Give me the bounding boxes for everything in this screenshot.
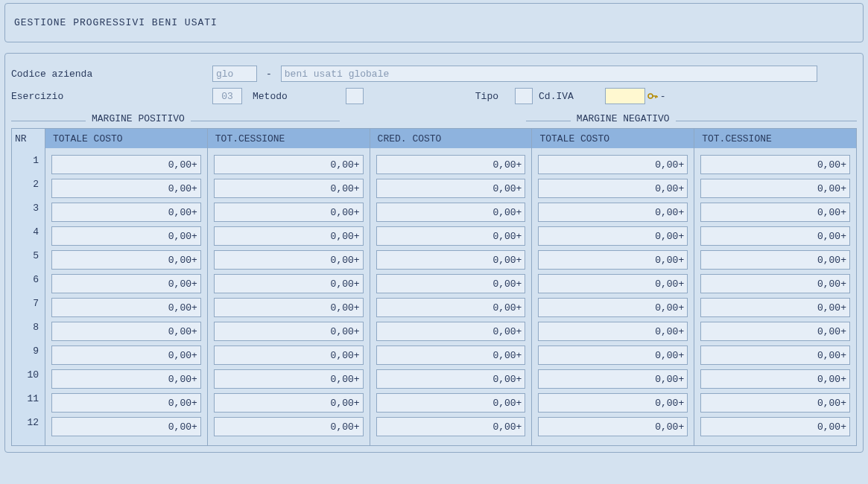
value-cell[interactable]: 0,00+: [538, 393, 688, 413]
value-cell[interactable]: 0,00+: [376, 155, 526, 174]
value-cell[interactable]: 0,00+: [538, 274, 688, 293]
value-cell[interactable]: 0,00+: [376, 203, 526, 222]
value-cell[interactable]: 0,00+: [51, 274, 201, 293]
nr-cell: 5: [12, 243, 45, 267]
page-title: GESTIONE PROGRESSIVI BENI USATI: [14, 17, 218, 28]
value-cell[interactable]: 0,00+: [214, 346, 364, 365]
value-cell[interactable]: 0,00+: [700, 322, 850, 341]
value-cell[interactable]: 0,00+: [214, 226, 364, 246]
value-cell[interactable]: 0,00+: [376, 179, 526, 198]
value-cell[interactable]: 0,00+: [538, 346, 688, 365]
value-cell[interactable]: 0,00+: [538, 179, 688, 198]
value-cell[interactable]: 0,00+: [700, 393, 850, 413]
key-icon[interactable]: [647, 90, 659, 102]
value-cell[interactable]: 0,00+: [51, 179, 201, 198]
col-header-c3: CRED. COSTO: [370, 129, 532, 148]
col-cred-costo: CRED. COSTO 0,00+0,00+0,00+0,00+0,00+0,0…: [370, 128, 533, 446]
section-labels-row: MARGINE POSITIVO MARGINE NEGATIVO: [11, 110, 857, 127]
value-cell[interactable]: 0,00+: [376, 417, 526, 436]
value-cell[interactable]: 0,00+: [376, 322, 526, 341]
nr-cell: 11: [12, 386, 45, 410]
value-cell[interactable]: 0,00+: [214, 155, 364, 174]
value-cell[interactable]: 0,00+: [538, 250, 688, 270]
col-totale-costo-neg: TOTALE COSTO 0,00+0,00+0,00+0,00+0,00+0,…: [532, 128, 694, 446]
codice-azienda-input[interactable]: glo: [212, 66, 257, 82]
col-header-c4: TOTALE COSTO: [532, 129, 694, 148]
metodo-label: Metodo: [253, 91, 288, 102]
value-cell[interactable]: 0,00+: [214, 298, 364, 317]
value-cell[interactable]: 0,00+: [376, 226, 526, 246]
cdiva-input[interactable]: [605, 88, 645, 104]
value-cell[interactable]: 0,00+: [51, 417, 201, 436]
value-cell[interactable]: 0,00+: [700, 226, 850, 246]
nr-cell: 3: [12, 196, 45, 220]
value-cell[interactable]: 0,00+: [214, 274, 364, 293]
value-cell[interactable]: 0,00+: [51, 369, 201, 389]
esercizio-input[interactable]: 03: [212, 88, 242, 104]
value-cell[interactable]: 0,00+: [376, 369, 526, 389]
value-cell[interactable]: 0,00+: [214, 417, 364, 436]
value-cell[interactable]: 0,00+: [214, 250, 364, 270]
value-cell[interactable]: 0,00+: [538, 298, 688, 317]
nr-cell: 6: [12, 267, 45, 291]
nr-cell: 8: [12, 315, 45, 339]
value-cell[interactable]: 0,00+: [538, 322, 688, 341]
value-cell[interactable]: 0,00+: [376, 274, 526, 293]
value-cell[interactable]: 0,00+: [538, 417, 688, 436]
col-tot-cessione-neg: TOT.CESSIONE 0,00+0,00+0,00+0,00+0,00+0,…: [694, 128, 857, 446]
value-cell[interactable]: 0,00+: [700, 203, 850, 222]
metodo-input[interactable]: [346, 88, 364, 104]
value-cell[interactable]: 0,00+: [538, 369, 688, 389]
value-cell[interactable]: 0,00+: [51, 346, 201, 365]
value-cell[interactable]: 0,00+: [214, 203, 364, 222]
value-cell[interactable]: 0,00+: [376, 298, 526, 317]
codice-azienda-desc-input[interactable]: beni usati globale: [281, 66, 817, 82]
value-cell[interactable]: 0,00+: [700, 250, 850, 270]
cdiva-suffix: -: [660, 91, 666, 102]
nr-cell: 4: [12, 220, 45, 243]
value-cell[interactable]: 0,00+: [538, 203, 688, 222]
esercizio-label: Esercizio: [11, 91, 212, 102]
nr-column: NR 123456789101112: [11, 128, 45, 446]
value-cell[interactable]: 0,00+: [214, 322, 364, 341]
margine-negativo-label: MARGINE NEGATIVO: [571, 113, 676, 124]
value-cell[interactable]: 0,00+: [51, 298, 201, 317]
col-header-c2: TOT.CESSIONE: [208, 129, 370, 148]
value-cell[interactable]: 0,00+: [700, 274, 850, 293]
margine-positivo-label: MARGINE POSITIVO: [86, 113, 191, 124]
cdiva-label: Cd.IVA: [539, 91, 574, 102]
tipo-label: Tipo: [475, 91, 498, 102]
value-cell[interactable]: 0,00+: [214, 393, 364, 413]
col-totale-costo-pos: TOTALE COSTO 0,00+0,00+0,00+0,00+0,00+0,…: [45, 128, 208, 446]
value-cell[interactable]: 0,00+: [700, 179, 850, 198]
value-cell[interactable]: 0,00+: [700, 346, 850, 365]
value-cell[interactable]: 0,00+: [51, 203, 201, 222]
value-cell[interactable]: 0,00+: [51, 226, 201, 246]
row-esercizio: Esercizio 03 Metodo Tipo Cd.IVA -: [11, 85, 857, 107]
main-panel: Codice azienda glo - beni usati globale …: [4, 53, 864, 453]
value-cell[interactable]: 0,00+: [376, 250, 526, 270]
value-cell[interactable]: 0,00+: [700, 369, 850, 389]
value-cell[interactable]: 0,00+: [538, 226, 688, 246]
value-cell[interactable]: 0,00+: [376, 393, 526, 413]
col-header-c1: TOTALE COSTO: [45, 129, 207, 148]
value-cell[interactable]: 0,00+: [51, 250, 201, 270]
value-cell[interactable]: 0,00+: [51, 393, 201, 413]
value-cell[interactable]: 0,00+: [214, 179, 364, 198]
codice-azienda-label: Codice azienda: [11, 69, 212, 80]
value-cell[interactable]: 0,00+: [538, 155, 688, 174]
nr-cell: 2: [12, 172, 45, 196]
data-grid: NR 123456789101112 TOTALE COSTO 0,00+0,0…: [11, 128, 857, 446]
value-cell[interactable]: 0,00+: [700, 417, 850, 436]
value-cell[interactable]: 0,00+: [51, 322, 201, 341]
nr-cell: 1: [12, 148, 45, 172]
row-codice-azienda: Codice azienda glo - beni usati globale: [11, 63, 857, 85]
value-cell[interactable]: 0,00+: [700, 155, 850, 174]
col-tot-cessione-pos: TOT.CESSIONE 0,00+0,00+0,00+0,00+0,00+0,…: [208, 128, 370, 446]
nr-header: NR: [12, 129, 45, 148]
tipo-input[interactable]: [515, 88, 533, 104]
value-cell[interactable]: 0,00+: [700, 298, 850, 317]
value-cell[interactable]: 0,00+: [214, 369, 364, 389]
value-cell[interactable]: 0,00+: [51, 155, 201, 174]
value-cell[interactable]: 0,00+: [376, 346, 526, 365]
